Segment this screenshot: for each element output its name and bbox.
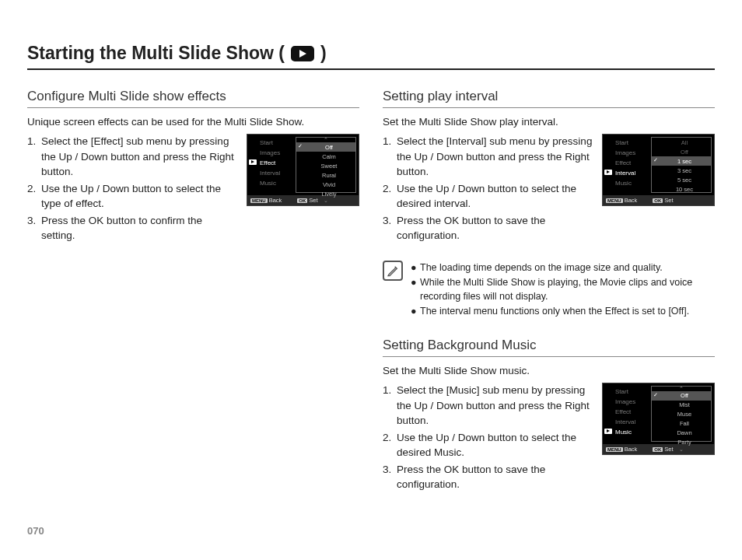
lcd-menu-item: Effect: [603, 407, 651, 417]
lcd-menu-item: Start: [603, 387, 651, 397]
lcd-option: Vivid: [296, 180, 355, 189]
lcd-option: Muse: [652, 410, 711, 419]
lcd-option: Sweet: [296, 161, 355, 170]
note-text: The interval menu functions only when th…: [420, 304, 689, 319]
title-prefix: Starting the Multi Slide Show (: [27, 43, 285, 64]
section-heading-music: Setting Background Music: [383, 338, 715, 357]
lcd-screenshot-effects: Start Images Effect Interval Music ⌃ Off…: [247, 134, 359, 206]
lcd-option: 10 sec: [652, 184, 711, 194]
menu-button-label: MENU: [606, 447, 623, 452]
chevron-down-icon: ⌄: [652, 447, 711, 452]
lead-interval: Set the Multi Slide Show play interval.: [383, 116, 715, 128]
lcd-option: 3 sec: [652, 166, 711, 175]
footer-set: Set: [664, 197, 673, 204]
lead-effects: Unique screen effects can be used for th…: [27, 116, 359, 128]
step-text: Select the [Interval] sub menu by pressi…: [397, 134, 593, 180]
steps-music: 1.Select the [Music] sub menu by pressin…: [383, 383, 593, 494]
note-text: While the Multi Slide Show is playing, t…: [420, 275, 715, 305]
lcd-option: Calm: [296, 152, 355, 161]
step-text: Use the Up / Down button to select the d…: [397, 430, 593, 460]
lcd-menu-item: Effect: [603, 158, 651, 168]
lcd-screenshot-interval: Start Images Effect Interval Music All O…: [602, 134, 715, 206]
chevron-down-icon: ⌄: [296, 198, 355, 203]
menu-button-label: MENU: [606, 198, 623, 203]
lcd-option: Off: [652, 391, 711, 401]
lcd-menu-item: Interval: [603, 168, 651, 178]
lcd-menu-item: Music: [247, 178, 296, 188]
lcd-menu-item: Start: [603, 138, 651, 148]
lcd-option: Dawn: [652, 429, 711, 438]
play-mode-icon: [291, 46, 314, 61]
lcd-menu-item: Music: [603, 178, 651, 188]
footer-back: Back: [269, 197, 282, 204]
lcd-menu-item: Start: [247, 138, 296, 148]
lcd-menu-item: Images: [603, 397, 651, 407]
step-text: Press the OK button to save the configur…: [397, 213, 593, 243]
lead-music: Set the Multi Slide Show music.: [383, 365, 715, 376]
step-text: Select the [Music] sub menu by pressing …: [397, 383, 593, 429]
lcd-option: Off: [296, 142, 355, 152]
lcd-option: Mist: [652, 401, 711, 410]
lcd-menu-item: Interval: [603, 417, 651, 427]
lcd-option: Party: [652, 438, 711, 447]
section-heading-interval: Setting play interval: [383, 89, 715, 108]
lcd-option: 5 sec: [652, 175, 711, 184]
menu-button-label: MENU: [250, 198, 268, 203]
lcd-option: 1 sec: [652, 156, 711, 166]
step-text: Use the Up / Down button to select the t…: [41, 181, 237, 212]
lcd-menu-item: Interval: [247, 168, 296, 178]
lcd-option-dim: All: [652, 138, 711, 147]
footer-back: Back: [625, 197, 638, 204]
title-suffix: ): [320, 43, 327, 64]
step-text: Press the OK button to confirm the setti…: [41, 213, 237, 243]
section-heading-effects: Configure Multi Slide show effects: [27, 89, 359, 108]
step-text: Select the [Effect] sub menu by pressing…: [41, 134, 237, 180]
step-text: Press the OK button to save the configur…: [397, 462, 593, 492]
steps-interval: 1.Select the [Interval] sub menu by pres…: [383, 134, 593, 245]
note-text: The loading time depends on the image si…: [420, 261, 663, 275]
step-text: Use the Up / Down button to select the d…: [397, 181, 593, 212]
lcd-menu-item: Effect: [247, 158, 296, 168]
ok-button-label: OK: [653, 198, 663, 203]
lcd-option: Rural: [296, 170, 355, 180]
page-title: Starting the Multi Slide Show ( ): [27, 43, 715, 70]
lcd-screenshot-music: Start Images Effect Interval Music ⌃ Off…: [602, 383, 715, 455]
lcd-menu-item: Music: [603, 427, 651, 437]
lcd-option: Fall: [652, 419, 711, 429]
lcd-menu-item: Images: [603, 148, 651, 158]
steps-effects: 1.Select the [Effect] sub menu by pressi…: [27, 134, 237, 245]
lcd-menu-item: Images: [247, 148, 296, 158]
footer-back: Back: [625, 446, 638, 453]
note-box: ●The loading time depends on the image s…: [383, 261, 715, 319]
page-number: 070: [27, 525, 44, 537]
lcd-option: Lively: [296, 189, 355, 198]
note-icon: [383, 261, 403, 281]
lcd-option-dim: Off: [652, 147, 711, 156]
